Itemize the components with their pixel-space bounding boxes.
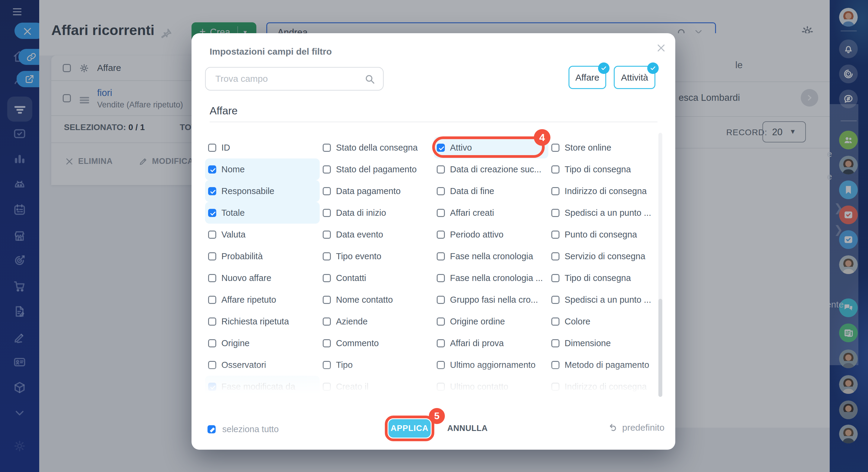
field-label: Nuovo affare (221, 273, 272, 283)
field-checkbox[interactable] (208, 318, 216, 326)
field-checkbox[interactable] (551, 339, 559, 347)
field-checkbox[interactable] (551, 296, 559, 304)
scrollbar[interactable] (658, 133, 662, 397)
field-checkbox-item[interactable]: Probabilità (205, 245, 320, 267)
field-checkbox-item[interactable]: Origine (205, 332, 320, 354)
field-checkbox[interactable] (323, 187, 331, 195)
field-checkbox[interactable] (437, 166, 445, 174)
field-checkbox-item[interactable]: Richiesta ripetuta (205, 311, 320, 332)
scrollbar-thumb[interactable] (658, 299, 662, 397)
field-checkbox[interactable] (323, 231, 331, 239)
field-checkbox[interactable] (208, 166, 216, 174)
field-checkbox-item[interactable]: Dimensione (548, 332, 662, 354)
field-checkbox-item[interactable]: Valuta (205, 224, 320, 245)
field-checkbox-item[interactable]: Periodo attivo (434, 224, 548, 245)
field-checkbox[interactable] (437, 318, 445, 326)
field-checkbox[interactable] (323, 209, 331, 217)
field-checkbox[interactable] (208, 339, 216, 347)
field-checkbox[interactable] (437, 187, 445, 195)
field-checkbox-item[interactable]: Data di creazione suc... (434, 158, 548, 180)
field-checkbox[interactable] (208, 231, 216, 239)
field-checkbox[interactable] (323, 252, 331, 261)
field-checkbox[interactable] (323, 144, 331, 152)
field-checkbox[interactable] (208, 252, 216, 261)
select-all-checkbox[interactable] (208, 425, 216, 433)
field-checkbox-item[interactable]: Aziende (320, 311, 434, 332)
field-checkbox-item[interactable]: Data di inizio (320, 202, 434, 224)
field-checkbox-item[interactable]: Affari di prova (434, 332, 548, 354)
field-checkbox[interactable] (437, 209, 445, 217)
field-checkbox[interactable] (551, 144, 559, 152)
field-checkbox-item[interactable]: Spedisci a un punto ... (548, 289, 662, 311)
field-checkbox-item[interactable]: Data evento (320, 224, 434, 245)
field-checkbox-item[interactable]: Punto di consegna (548, 224, 662, 245)
field-label: Nome (221, 165, 245, 174)
field-checkbox-item[interactable]: Data di fine (434, 180, 548, 202)
field-checkbox[interactable] (437, 296, 445, 304)
field-checkbox-item[interactable]: Commento (320, 332, 434, 354)
field-checkbox[interactable] (551, 274, 559, 282)
field-checkbox-item[interactable]: Data pagamento (320, 180, 434, 202)
field-label: ID (221, 143, 230, 153)
field-checkbox-item[interactable]: Nome (205, 158, 320, 180)
field-checkbox-item[interactable]: Tipo di consegna (548, 267, 662, 289)
field-checkbox[interactable] (551, 166, 559, 174)
field-checkbox-item[interactable]: Fase nella cronologia ... (434, 267, 548, 289)
field-checkbox[interactable] (551, 252, 559, 261)
field-label: Data evento (336, 230, 383, 240)
field-checkbox-item[interactable]: Stato del pagamento (320, 158, 434, 180)
tab-affare[interactable]: Affare (568, 66, 606, 89)
field-checkbox[interactable] (437, 339, 445, 347)
field-checkbox-item[interactable]: Indirizzo di consegna (548, 180, 662, 202)
field-checkbox-item[interactable]: ID (205, 137, 320, 158)
field-checkbox[interactable] (437, 231, 445, 239)
field-checkbox[interactable] (323, 296, 331, 304)
annotation-ring-apply (385, 416, 434, 441)
field-checkbox[interactable] (551, 209, 559, 217)
field-checkbox-item[interactable]: Gruppo fasi nella cro... (434, 289, 548, 311)
field-checkbox-item[interactable]: Colore (548, 311, 662, 332)
field-checkbox-item[interactable]: Totale (205, 202, 320, 224)
field-label: Stato del pagamento (336, 165, 417, 174)
field-checkbox-item[interactable]: Servizio di consegna (548, 245, 662, 267)
select-all-fields[interactable]: seleziona tutto (208, 424, 279, 434)
field-checkbox[interactable] (551, 187, 559, 195)
field-checkbox-item[interactable]: Store online (548, 137, 662, 158)
field-checkbox-item[interactable]: Tipo di consegna (548, 158, 662, 180)
field-checkbox-item[interactable]: Fase nella cronologia (434, 245, 548, 267)
field-checkbox[interactable] (208, 144, 216, 152)
field-checkbox[interactable] (551, 318, 559, 326)
cancel-button[interactable]: ANNULLA (447, 424, 488, 433)
field-checkbox-item[interactable]: Affari creati (434, 202, 548, 224)
field-checkbox[interactable] (551, 231, 559, 239)
field-checkbox[interactable] (437, 252, 445, 261)
field-checkbox[interactable] (323, 339, 331, 347)
field-checkbox[interactable] (208, 187, 216, 195)
field-checkbox-item[interactable]: Affare ripetuto (205, 289, 320, 311)
field-checkbox[interactable] (208, 274, 216, 282)
field-checkbox[interactable] (208, 296, 216, 304)
field-label: Affari di prova (450, 338, 504, 348)
field-checkbox-item[interactable]: Origine ordine (434, 311, 548, 332)
close-icon[interactable] (656, 43, 666, 53)
undo-icon (608, 423, 618, 433)
field-checkbox-item[interactable]: Nuovo affare (205, 267, 320, 289)
tab-attivita[interactable]: Attività (614, 66, 655, 89)
field-checkbox-item[interactable]: Responsabile (205, 180, 320, 202)
field-search-input[interactable]: Trova campo (205, 67, 384, 91)
field-checkbox-item[interactable]: Contatti (320, 267, 434, 289)
field-checkbox-item[interactable]: Spedisci a un punto ... (548, 202, 662, 224)
field-checkbox[interactable] (323, 166, 331, 174)
annotation-badge-4: 4 (534, 129, 550, 146)
field-checkbox[interactable] (208, 209, 216, 217)
fade-overlay (191, 364, 662, 397)
reset-default-button[interactable]: predefinito (608, 422, 664, 433)
field-checkbox-item[interactable]: Stato della consegna (320, 137, 434, 158)
field-checkbox-item[interactable]: Nome contatto (320, 289, 434, 311)
field-checkbox[interactable] (437, 274, 445, 282)
field-checkbox[interactable] (323, 274, 331, 282)
field-label: Punto di consegna (565, 230, 637, 240)
field-checkbox[interactable] (323, 318, 331, 326)
field-label: Richiesta ripetuta (221, 317, 289, 327)
field-checkbox-item[interactable]: Tipo evento (320, 245, 434, 267)
